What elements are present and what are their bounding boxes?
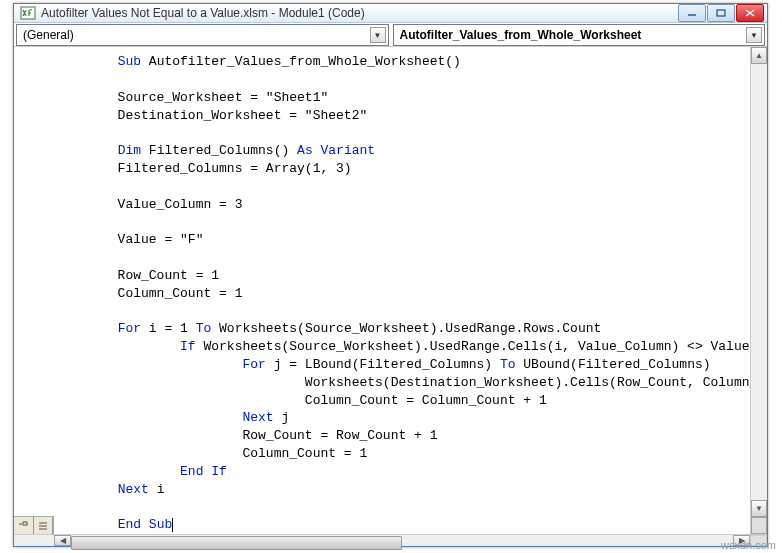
minimize-button[interactable] — [678, 4, 706, 22]
maximize-button[interactable] — [707, 4, 735, 22]
watermark: wsxdn.com — [721, 539, 776, 551]
scroll-splitter[interactable] — [751, 517, 767, 534]
svg-rect-2 — [717, 10, 725, 16]
full-module-view-button[interactable] — [34, 517, 54, 534]
object-dropdown[interactable]: (General) ▼ — [16, 24, 389, 46]
code-content[interactable]: Sub Autofilter_Values_from_Whole_Workshe… — [14, 53, 750, 534]
scroll-left-button[interactable]: ◀ — [54, 535, 71, 546]
object-procedure-row: (General) ▼ Autofilter_Values_from_Whole… — [14, 23, 767, 47]
vertical-scrollbar[interactable]: ▲ ▼ — [750, 47, 767, 534]
scroll-spacer — [14, 535, 54, 546]
chevron-down-icon[interactable]: ▼ — [746, 27, 762, 43]
object-dropdown-value: (General) — [23, 28, 74, 42]
scroll-track[interactable] — [71, 535, 733, 546]
scroll-down-button[interactable]: ▼ — [751, 500, 767, 517]
svg-rect-0 — [21, 7, 35, 19]
code-area-wrap: Sub Autofilter_Values_from_Whole_Workshe… — [14, 47, 767, 534]
svg-rect-3 — [23, 522, 27, 525]
window-title: Autofilter Values Not Equal to a Value.x… — [41, 6, 678, 20]
title-bar[interactable]: Autofilter Values Not Equal to a Value.x… — [14, 4, 767, 23]
scroll-up-button[interactable]: ▲ — [751, 47, 767, 64]
vba-module-icon — [20, 5, 36, 21]
code-window: Autofilter Values Not Equal to a Value.x… — [13, 3, 768, 547]
scroll-thumb[interactable] — [71, 536, 402, 550]
view-toggle — [14, 516, 54, 534]
horizontal-scrollbar[interactable]: ◀ ▶ — [14, 534, 767, 546]
procedure-view-button[interactable] — [14, 517, 34, 534]
chevron-down-icon[interactable]: ▼ — [370, 27, 386, 43]
procedure-dropdown-value: Autofilter_Values_from_Whole_Worksheet — [400, 28, 642, 42]
close-button[interactable] — [736, 4, 764, 22]
code-editor[interactable]: Sub Autofilter_Values_from_Whole_Workshe… — [14, 47, 750, 534]
procedure-dropdown[interactable]: Autofilter_Values_from_Whole_Worksheet ▼ — [393, 24, 766, 46]
window-controls — [678, 4, 764, 22]
